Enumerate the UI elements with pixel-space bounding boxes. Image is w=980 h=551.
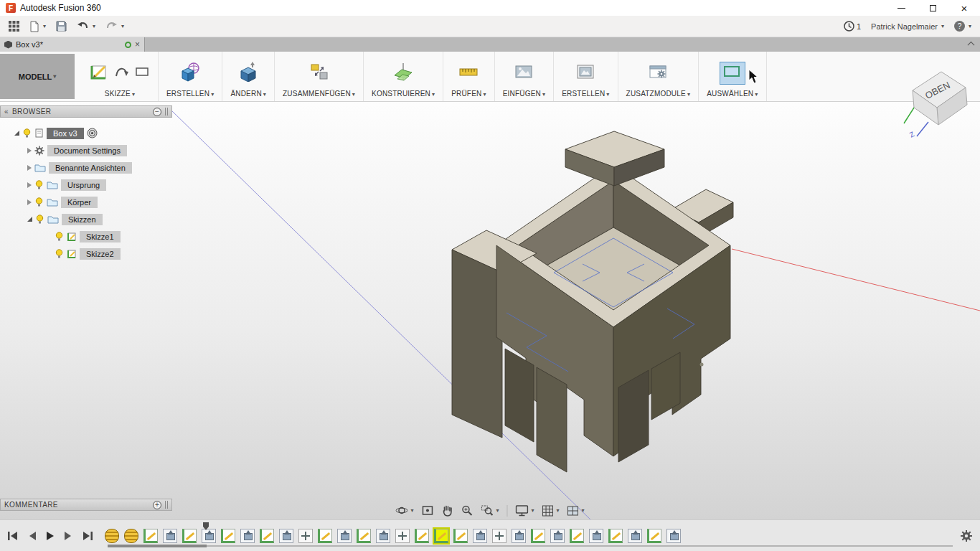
play-button[interactable] bbox=[46, 531, 55, 541]
timeline-feature[interactable] bbox=[143, 529, 158, 543]
zoom-window-button[interactable] bbox=[481, 504, 499, 517]
maximize-button[interactable] bbox=[917, 0, 948, 16]
timeline-feature[interactable] bbox=[473, 529, 487, 543]
document-tab[interactable]: Box v3* × bbox=[0, 37, 145, 52]
bulb-icon[interactable] bbox=[55, 249, 64, 259]
timeline-feature[interactable] bbox=[357, 529, 371, 543]
expander-icon[interactable] bbox=[27, 182, 32, 188]
select-tool-button[interactable] bbox=[720, 62, 745, 85]
create-solid-icon[interactable] bbox=[180, 62, 200, 85]
insert-icon[interactable] bbox=[514, 62, 534, 85]
box-model[interactable] bbox=[452, 131, 733, 472]
addins-icon[interactable] bbox=[648, 62, 668, 85]
timeline-settings-button[interactable] bbox=[960, 529, 973, 542]
arc-tool-icon[interactable] bbox=[113, 64, 129, 83]
step-forward-button[interactable] bbox=[64, 531, 72, 541]
expander-icon[interactable] bbox=[27, 165, 32, 171]
bulb-icon[interactable] bbox=[34, 180, 44, 190]
timeline-feature[interactable] bbox=[453, 529, 468, 543]
tree-item-label[interactable]: Document Settings bbox=[47, 145, 127, 156]
app-menu-button[interactable] bbox=[9, 21, 19, 32]
display-settings-button[interactable] bbox=[515, 505, 534, 517]
pruefen-dropdown[interactable]: PRÜFEN bbox=[451, 90, 486, 98]
expander-open-icon[interactable] bbox=[27, 217, 32, 222]
skizze-dropdown[interactable]: SKIZZE bbox=[105, 90, 135, 98]
comments-grip[interactable] bbox=[165, 501, 168, 509]
step-back-button[interactable] bbox=[28, 531, 37, 541]
timeline-feature[interactable] bbox=[163, 529, 177, 543]
close-button[interactable]: × bbox=[948, 0, 980, 16]
expander-icon[interactable] bbox=[27, 148, 32, 154]
bulb-icon[interactable] bbox=[35, 215, 44, 225]
bulb-icon[interactable] bbox=[55, 232, 64, 242]
browser-grip[interactable] bbox=[165, 108, 168, 116]
tree-item-label[interactable]: Skizze2 bbox=[80, 248, 121, 260]
browser-minimize-button[interactable]: − bbox=[153, 108, 161, 116]
tree-row-benannte-ansichten[interactable]: Benannte Ansichten bbox=[0, 159, 172, 176]
zusatzmodule-dropdown[interactable]: ZUSATZMODULE bbox=[626, 90, 691, 98]
tree-row-skizze1[interactable]: Skizze1 bbox=[0, 228, 172, 245]
erstellen-dropdown[interactable]: ERSTELLEN bbox=[166, 90, 214, 98]
timeline-feature[interactable] bbox=[395, 529, 410, 543]
construct-plane-icon[interactable] bbox=[393, 62, 413, 85]
assemble-icon[interactable] bbox=[309, 62, 329, 85]
make-icon[interactable] bbox=[575, 62, 595, 85]
bulb-icon[interactable] bbox=[22, 128, 32, 138]
comments-header[interactable]: KOMMENTARE + bbox=[0, 499, 172, 511]
timeline-feature[interactable] bbox=[318, 529, 332, 543]
timeline-feature[interactable] bbox=[666, 529, 681, 543]
tree-row-skizze2[interactable]: Skizze2 bbox=[0, 245, 172, 262]
collapse-browser-icon[interactable]: « bbox=[4, 108, 9, 116]
einfuegen-dropdown[interactable]: EINFÜGEN bbox=[503, 90, 546, 98]
modify-icon[interactable] bbox=[238, 62, 258, 85]
timeline-feature-active[interactable] bbox=[434, 529, 448, 543]
timeline-feature[interactable] bbox=[105, 529, 119, 543]
timeline-feature[interactable] bbox=[531, 529, 545, 543]
timeline-feature[interactable] bbox=[628, 529, 642, 543]
view-cube[interactable]: OBEN Z bbox=[903, 63, 971, 142]
timeline-feature[interactable] bbox=[202, 529, 216, 543]
tab-scroll-up-button[interactable] bbox=[969, 39, 977, 48]
comments-expand-button[interactable]: + bbox=[153, 501, 161, 509]
timeline-feature[interactable] bbox=[337, 529, 352, 543]
browser-header[interactable]: « BROWSER − bbox=[0, 105, 172, 118]
file-menu-button[interactable] bbox=[29, 21, 46, 32]
grid-display-button[interactable] bbox=[542, 505, 560, 517]
timeline-feature[interactable] bbox=[608, 529, 623, 543]
timeline-feature[interactable] bbox=[550, 529, 565, 543]
aendern-dropdown[interactable]: ÄNDERN bbox=[230, 90, 266, 98]
pan-button[interactable] bbox=[441, 504, 453, 517]
tree-item-label[interactable]: Körper bbox=[61, 197, 98, 208]
tree-row-root[interactable]: Box v3 bbox=[0, 125, 172, 141]
help-menu-button[interactable]: ? bbox=[954, 21, 971, 32]
workspace-selector[interactable]: MODELL bbox=[0, 54, 75, 99]
konstruieren-dropdown[interactable]: KONSTRUIEREN bbox=[372, 90, 435, 98]
go-to-end-button[interactable] bbox=[82, 531, 93, 541]
job-status-button[interactable]: 1 bbox=[844, 21, 861, 32]
expander-open-icon[interactable] bbox=[14, 131, 19, 136]
viewports-button[interactable] bbox=[567, 506, 585, 516]
timeline-track[interactable] bbox=[108, 545, 953, 547]
timeline-feature[interactable] bbox=[589, 529, 603, 543]
tree-row-koerper[interactable]: Körper bbox=[0, 194, 172, 210]
go-to-start-button[interactable] bbox=[7, 531, 19, 541]
tree-row-skizzen[interactable]: Skizzen bbox=[0, 211, 172, 227]
timeline-feature[interactable] bbox=[124, 529, 138, 543]
rectangle-tool-icon[interactable] bbox=[134, 64, 150, 83]
tree-row-ursprung[interactable]: Ursprung bbox=[0, 176, 172, 193]
inspect-measure-icon[interactable] bbox=[458, 62, 479, 85]
ground-component-icon[interactable] bbox=[87, 128, 98, 138]
zoom-button[interactable] bbox=[461, 504, 473, 517]
expander-icon[interactable] bbox=[27, 199, 32, 205]
timeline-feature[interactable] bbox=[415, 529, 429, 543]
user-menu-button[interactable]: Patrick Nagelmaier bbox=[871, 22, 944, 31]
timeline-feature[interactable] bbox=[182, 529, 197, 543]
undo-button[interactable] bbox=[77, 22, 95, 32]
tree-item-label[interactable]: Skizze1 bbox=[80, 231, 121, 242]
timeline-feature[interactable] bbox=[570, 529, 584, 543]
timeline-feature[interactable] bbox=[492, 529, 507, 543]
timeline-feature[interactable] bbox=[279, 529, 293, 543]
timeline-feature[interactable] bbox=[512, 529, 526, 543]
look-at-button[interactable] bbox=[421, 504, 433, 517]
orbit-button[interactable] bbox=[395, 504, 413, 517]
